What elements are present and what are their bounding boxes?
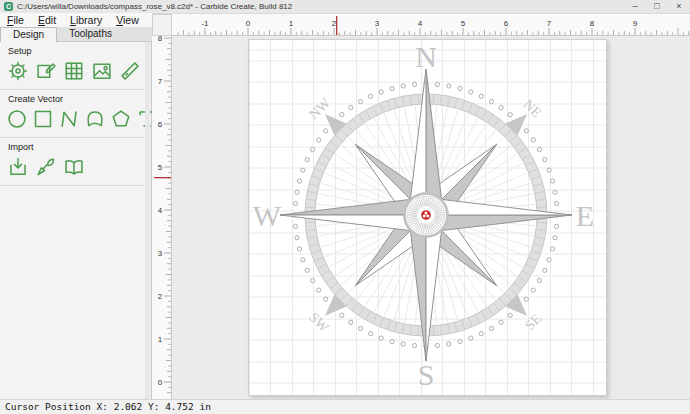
tool-create-circle[interactable] <box>6 107 28 131</box>
ruler-label: 6 <box>504 19 509 28</box>
ruler-label: 2 <box>158 292 163 301</box>
tool-create-shape[interactable] <box>84 107 106 131</box>
section-title-create-vector: Create Vector <box>0 90 151 106</box>
window-controls: – □ × <box>624 0 690 13</box>
trace-icon <box>35 156 57 178</box>
tool-shape-library[interactable] <box>62 155 86 179</box>
left-ruler: 876543210 <box>152 36 172 399</box>
import-icon <box>7 156 29 178</box>
menu-item-library[interactable]: Library <box>63 13 109 27</box>
ruler-label: 8 <box>158 36 163 43</box>
ruler-label: 4 <box>418 19 423 28</box>
ruler-label: 9 <box>633 19 638 28</box>
sidebar: SetupCreate VectorImport <box>0 42 152 399</box>
top-ruler: -10123456789 <box>172 14 690 36</box>
tool-edit-document[interactable] <box>34 59 58 83</box>
window-title: C:/Users/willa/Downloads/compass_rose_v8… <box>17 2 292 11</box>
shape-icon <box>84 108 106 130</box>
book-icon <box>63 156 85 178</box>
section-title-setup: Setup <box>0 42 151 58</box>
sidebar-scrollbar[interactable] <box>145 42 150 399</box>
ruler-label: 6 <box>158 120 163 129</box>
cursor-position-text: Cursor Position X: 2.062 Y: 4.752 in <box>5 401 211 412</box>
ruler-label: 0 <box>158 378 163 387</box>
menu-item-file[interactable]: File <box>0 13 31 27</box>
tool-row <box>0 154 151 183</box>
ruler-label: 7 <box>158 77 163 86</box>
tool-create-polygon[interactable] <box>110 107 132 131</box>
close-button[interactable]: × <box>668 0 690 13</box>
menu-item-view[interactable]: View <box>109 13 146 27</box>
tool-background-image[interactable] <box>90 59 114 83</box>
ruler-label: 3 <box>158 249 163 258</box>
menu-item-edit[interactable]: Edit <box>31 13 63 27</box>
minimize-button[interactable]: – <box>624 0 646 13</box>
section-divider <box>0 185 151 186</box>
measure-icon <box>119 60 141 82</box>
gear-icon <box>7 60 29 82</box>
grid-icon <box>63 60 85 82</box>
carbide-create-window: C C:/Users/willa/Downloads/compass_rose_… <box>0 0 690 414</box>
curve-icon <box>58 108 80 130</box>
ruler-label: 3 <box>375 19 380 28</box>
app-logo-icon: C <box>4 2 13 11</box>
tab-toolpaths[interactable]: Toolpaths <box>57 27 124 42</box>
ruler-label: 5 <box>158 163 163 172</box>
menu-bar: FileEditLibraryViewHelp <box>0 13 152 27</box>
ruler-label: 5 <box>461 19 466 28</box>
ruler-label: 8 <box>590 19 595 28</box>
tool-row <box>0 106 151 135</box>
tool-create-rectangle[interactable] <box>32 107 54 131</box>
maximize-button[interactable]: □ <box>646 0 668 13</box>
ruler-label: 1 <box>158 335 163 344</box>
tab-bar: Design Toolpaths <box>0 27 152 42</box>
ruler-label: 7 <box>547 19 552 28</box>
ruler-label: 1 <box>289 19 294 28</box>
ruler-label: -1 <box>201 19 209 28</box>
rectangle-icon <box>32 108 54 130</box>
tool-import-file[interactable] <box>6 155 30 179</box>
title-bar: C C:/Users/willa/Downloads/compass_rose_… <box>0 0 690 14</box>
section-title-import: Import <box>0 138 151 154</box>
tool-create-curve[interactable] <box>58 107 80 131</box>
tool-trace-image[interactable] <box>34 155 58 179</box>
tool-grid-settings[interactable] <box>62 59 86 83</box>
stock-area[interactable] <box>248 39 607 396</box>
design-canvas[interactable]: NESWNESESWNW <box>172 36 690 399</box>
ruler-label: 4 <box>158 206 163 215</box>
tab-design[interactable]: Design <box>0 27 57 42</box>
tool-measure[interactable] <box>118 59 142 83</box>
polygon-icon <box>110 108 132 130</box>
document-edit-icon <box>35 60 57 82</box>
ruler-label: 0 <box>246 19 251 28</box>
circle-icon <box>6 108 28 130</box>
ruler-corner <box>152 14 172 36</box>
tool-row <box>0 58 151 87</box>
image-icon <box>91 60 113 82</box>
status-bar: Cursor Position X: 2.062 Y: 4.752 in <box>0 399 690 414</box>
tool-job-setup[interactable] <box>6 59 30 83</box>
